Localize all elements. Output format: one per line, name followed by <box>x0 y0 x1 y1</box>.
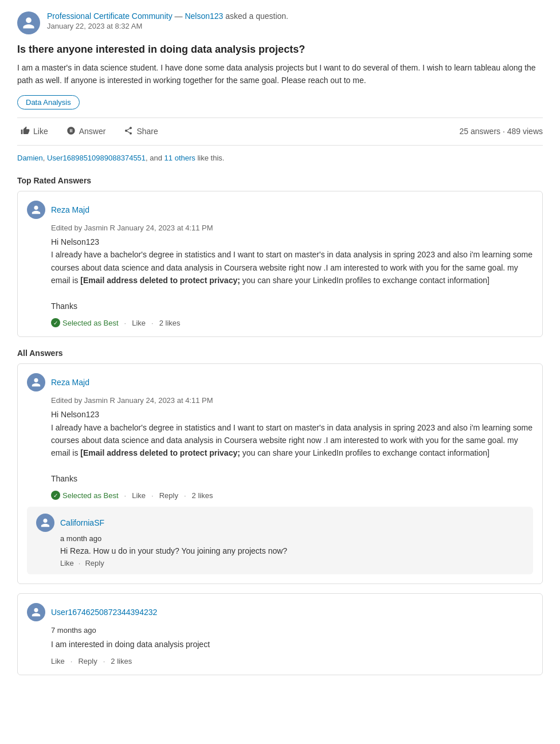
second-answer-body: I am interested in doing data analysis p… <box>51 638 533 651</box>
post-title: Is there anyone interested in doing data… <box>17 44 543 56</box>
data-analysis-tag[interactable]: Data Analysis <box>17 95 80 109</box>
top-answer-author[interactable]: Reza Majd <box>51 205 89 214</box>
all-best-badge-icon: ✓ <box>51 491 60 500</box>
nested-like-btn[interactable]: Like <box>60 559 74 567</box>
post-meta-line: Professional Certificate Community — Nel… <box>47 11 288 21</box>
all-answer-header: Reza Majd <box>27 373 533 391</box>
post-stats: 25 answers · 489 views <box>459 127 543 136</box>
dot2: · <box>151 319 154 327</box>
answer-button[interactable]: Answer <box>63 124 109 139</box>
post-timestamp: January 22, 2023 at 8:32 AM <box>47 22 288 30</box>
likes-and: , and <box>146 154 165 162</box>
all-dot3: · <box>184 491 186 500</box>
answer-label: Answer <box>79 127 106 136</box>
separator: — <box>175 11 185 21</box>
top-answer-avatar <box>27 201 45 219</box>
all-answer-thanks: Thanks <box>51 474 77 483</box>
nested-comment-footer: Like · Reply <box>60 559 524 567</box>
share-button[interactable]: Share <box>120 124 161 139</box>
second-answer-footer: Like · Reply · 2 likes <box>51 657 533 665</box>
nested-comment-time: a month ago <box>60 534 524 543</box>
all-answer-body-part2: you can share your LinkedIn profiles to … <box>240 448 489 457</box>
action-bar: Like Answer Share 25 answers · 489 views <box>17 118 543 146</box>
answer-icon <box>66 126 76 137</box>
post-header: Professional Certificate Community — Nel… <box>17 11 543 34</box>
top-answer-header: Reza Majd <box>27 201 533 219</box>
nested-comment-author[interactable]: CaliforniaSF <box>60 518 104 527</box>
all-answer-bold: [Email address deleted to protect privac… <box>80 448 240 457</box>
post-action: asked a question. <box>225 11 288 21</box>
top-answer-footer: ✓ Selected as Best · Like · 2 likes <box>51 318 533 327</box>
all-answer-footer: ✓ Selected as Best · Like · Reply · 2 li… <box>51 491 533 500</box>
top-answer-edited: Edited by Jasmin R January 24, 2023 at 4… <box>51 224 533 232</box>
like-icon <box>21 126 30 137</box>
second-dot2: · <box>103 657 105 665</box>
likes-link-damien[interactable]: Damien <box>17 154 43 162</box>
like-label: Like <box>33 127 48 136</box>
community-link[interactable]: Professional Certificate Community <box>47 11 173 21</box>
top-answer-greeting: Hi Nelson123 <box>51 236 533 248</box>
action-bar-left: Like Answer Share <box>17 124 162 139</box>
post-meta: Professional Certificate Community — Nel… <box>47 11 288 30</box>
top-answer-like-btn[interactable]: Like <box>132 319 146 327</box>
post-author-avatar <box>17 11 40 34</box>
all-answer-greeting: Hi Nelson123 <box>51 408 533 421</box>
nested-comment-header: CaliforniaSF <box>36 514 524 532</box>
likes-link-others[interactable]: 11 others <box>165 154 195 162</box>
second-answer-time: 7 months ago <box>51 626 533 635</box>
likes-link-user[interactable]: User168985109890883745​51 <box>47 154 146 162</box>
share-label: Share <box>136 127 158 136</box>
all-dot1: · <box>124 491 127 500</box>
second-answer-author[interactable]: User16746250872344394232 <box>51 608 157 617</box>
like-button[interactable]: Like <box>17 124 52 139</box>
all-answer-like-btn[interactable]: Like <box>132 491 146 500</box>
share-icon <box>124 126 133 137</box>
second-answer-header: User16746250872344394232 <box>27 603 533 621</box>
all-answers-section: All Answers Reza Majd Edited by Jasmin R… <box>17 348 543 675</box>
second-answer-avatar <box>27 603 45 621</box>
likes-section: Damien, User168985109890883745​51, and 1… <box>17 154 543 168</box>
top-answer-likes-count: 2 likes <box>159 319 181 327</box>
likes-suffix: like this. <box>195 154 225 162</box>
all-answer-likes-count: 2 likes <box>192 491 213 500</box>
post-body: I am a master's in data science student.… <box>17 61 543 87</box>
tag-container: Data Analysis <box>17 95 543 109</box>
nested-reply-btn[interactable]: Reply <box>85 559 104 567</box>
all-answer-edited: Edited by Jasmin R January 24, 2023 at 4… <box>51 396 533 405</box>
all-best-badge: ✓ Selected as Best <box>51 491 119 500</box>
top-answer-card: Reza Majd Edited by Jasmin R January 24,… <box>17 191 543 337</box>
all-answer-card: Reza Majd Edited by Jasmin R January 24,… <box>17 363 543 584</box>
nested-comment-avatar <box>36 514 54 532</box>
all-best-badge-label: Selected as Best <box>62 491 119 500</box>
nested-comment: CaliforniaSF a month ago Hi Reza. How u … <box>27 507 533 574</box>
second-answer-card: User16746250872344394232 7 months ago I … <box>17 593 543 675</box>
best-badge-label: Selected as Best <box>62 319 119 327</box>
best-badge: ✓ Selected as Best <box>51 318 119 327</box>
all-answer-author[interactable]: Reza Majd <box>51 378 89 387</box>
dot1: · <box>124 319 127 327</box>
second-answer-likes-count: 2 likes <box>111 657 132 665</box>
top-answer-body-part2: you can share your LinkedIn profiles to … <box>240 276 489 285</box>
likes-comma1: , <box>43 154 47 162</box>
nested-comment-body: Hi Reza. How u do in your study? You joi… <box>60 546 524 555</box>
all-answer-body: Hi Nelson123 I already have a bachelor's… <box>51 408 533 485</box>
second-answer-like-btn[interactable]: Like <box>51 657 65 665</box>
top-answer-body: Hi Nelson123 I already have a bachelor's… <box>51 236 533 312</box>
nested-dot: · <box>79 559 81 567</box>
second-dot1: · <box>71 657 73 665</box>
top-answer-bold: [Email address deleted to protect privac… <box>80 276 240 285</box>
top-answer-thanks: Thanks <box>51 301 77 311</box>
all-dot2: · <box>151 491 154 500</box>
all-answer-avatar <box>27 373 45 391</box>
post-author-name[interactable]: Nelson123 <box>185 11 223 21</box>
second-answer-reply-btn[interactable]: Reply <box>78 657 97 665</box>
all-answers-label: All Answers <box>17 348 543 358</box>
best-badge-icon: ✓ <box>51 318 60 327</box>
all-answer-reply-btn[interactable]: Reply <box>159 491 178 500</box>
top-rated-label: Top Rated Answers <box>17 176 543 185</box>
